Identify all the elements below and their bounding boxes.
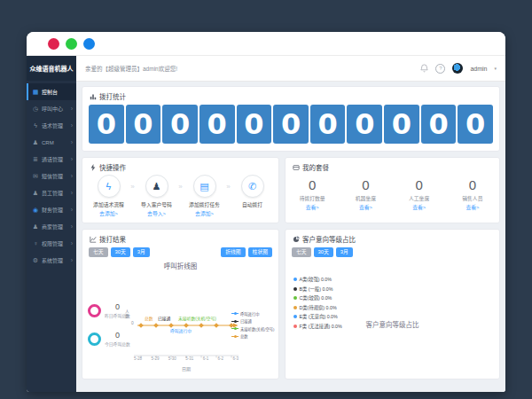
window-minimize-button[interactable] — [66, 38, 77, 50]
task-doc-icon: ▤ — [193, 175, 216, 198]
package-value: 0 — [469, 177, 476, 192]
period-buttons: 七天30天3月 — [89, 247, 150, 257]
chevron-down-icon[interactable]: ▾ — [494, 66, 497, 71]
chart-title: 呼叫折线图 — [82, 261, 278, 270]
quick-action-2[interactable]: ♟导入客户号码去导入> — [137, 175, 176, 217]
stat-digit: 0 — [347, 105, 382, 144]
pie-legend-item[interactable]: D类(待观察) 0.0% — [293, 304, 342, 311]
summary-label: 今日呼叫总数 — [105, 340, 130, 347]
x-axis-label: 日期 — [134, 365, 239, 372]
pie-legend-label: A类(较强) 0.0% — [300, 276, 332, 283]
chart-type-button-柱状图[interactable]: 柱状图 — [248, 247, 272, 257]
bell-icon[interactable] — [420, 64, 428, 73]
mail-icon: ✉ — [32, 173, 39, 180]
sidebar-item-label: 短信管理 — [42, 172, 63, 180]
package-view-link[interactable]: 查看> — [359, 203, 372, 211]
period-button-30天[interactable]: 30天 — [111, 247, 130, 257]
quick-action-link[interactable]: 去添加> — [195, 209, 214, 217]
dashboard-content: 拨打统计 00000000000 快捷操作 ϟ添加话 — [76, 82, 505, 392]
avatar[interactable] — [452, 63, 463, 74]
legend-marker-dot — [234, 327, 237, 330]
period-button-七天[interactable]: 七天 — [292, 247, 311, 257]
username-dropdown[interactable]: admin — [470, 66, 487, 72]
bar-chart-icon — [90, 93, 97, 100]
legend-item[interactable]: 已接通 — [231, 318, 274, 324]
pie-center-label: 客户意向等级占比 — [286, 319, 499, 329]
package-card: 我的套餐 0待拨打数量查看>0机器坐席查看>0人工坐席查看>0销售人员查看> — [285, 157, 500, 223]
quick-action-link[interactable]: 去导入> — [147, 209, 166, 217]
package-label: 销售人员 — [462, 194, 482, 202]
quick-action-link[interactable]: 去添加> — [99, 209, 118, 217]
period-button-3月[interactable]: 3月 — [336, 247, 353, 257]
sidebar-item-话术管理[interactable]: ϟ话术管理› — [27, 117, 76, 134]
window-maximize-button[interactable] — [83, 38, 95, 50]
quick-action-label: 导入客户号码 — [141, 200, 172, 208]
package-view-link[interactable]: 查看> — [306, 203, 319, 211]
pie-legend-item[interactable]: C类(较弱) 0.0% — [293, 294, 342, 301]
line-chart-icon — [90, 236, 97, 243]
quick-action-4[interactable]: ✆自动拨打 — [232, 175, 272, 215]
chart-type-button-折线图[interactable]: 折线图 — [221, 247, 245, 257]
sidebar-item-通话管理[interactable]: ≣通话管理› — [27, 151, 76, 168]
quick-action-1[interactable]: ϟ添加话术流程去添加> — [89, 175, 129, 217]
pie-legend-item[interactable]: B类 (一般) 0.0% — [293, 286, 342, 293]
period-button-30天[interactable]: 30天 — [314, 247, 333, 257]
period-button-七天[interactable]: 七天 — [89, 247, 108, 257]
series-inline-label: 呼叫进行中 — [170, 327, 192, 333]
legend-label: 总数 — [240, 333, 248, 339]
package-view-link[interactable]: 查看> — [466, 203, 479, 211]
legend-item[interactable]: 未接听数(关机/空号) — [231, 326, 274, 332]
call-results-title-row: 拨打结果 — [82, 230, 278, 246]
package-item: 0销售人员查看> — [446, 177, 499, 211]
sidebar-item-短信管理[interactable]: ✉短信管理› — [27, 168, 76, 184]
sidebar-item-员工管理[interactable]: ♟员工管理› — [27, 184, 76, 201]
lightning-icon — [90, 164, 97, 171]
middle-row: 快捷操作 ϟ添加话术流程去添加>»♟导入客户号码去导入>»▤添加拨打任务去添加>… — [82, 157, 500, 223]
x-axis-ticks: 5-285-295-305-316-16-26-3 — [134, 356, 239, 361]
stat-digit: 0 — [310, 105, 346, 144]
legend-item[interactable]: 呼叫进行中 — [231, 311, 274, 317]
pie-legend-dot — [293, 306, 297, 309]
series-inline-label: 未接听数(关机/空号) — [178, 315, 216, 321]
card-title-text: 我的套餐 — [302, 162, 329, 172]
stat-digit: 0 — [273, 105, 309, 144]
legend-marker — [231, 328, 239, 329]
call-stats-title-row: 拨打统计 — [82, 87, 499, 103]
card-title-text: 拨打结果 — [99, 234, 126, 244]
period-button-3月[interactable]: 3月 — [133, 247, 150, 257]
window-titlebar — [27, 32, 505, 56]
sidebar-item-CRM[interactable]: ♟CRM› — [27, 134, 76, 151]
legend-item[interactable]: 总数 — [231, 333, 274, 339]
sidebar-item-系统管理[interactable]: ⚙系统管理› — [27, 252, 76, 269]
summary-value: 0 — [115, 303, 120, 312]
sidebar-item-财务管理[interactable]: ◉财务管理› — [27, 201, 76, 218]
intent-ratio-title-row: 客户意向等级占比 — [286, 230, 499, 246]
summary-value: 0 — [115, 332, 120, 340]
topbar: 亲爱的【超级管理员】admin欢迎您! ? admin ▾ — [76, 56, 505, 82]
package-value: 0 — [362, 177, 369, 192]
x-tick-label: 6-3 — [232, 356, 239, 361]
sidebar-item-权限管理[interactable]: ♀权限管理› — [27, 235, 76, 252]
sidebar-item-控制台[interactable]: ▦控制台 — [27, 83, 76, 100]
help-icon[interactable]: ? — [435, 64, 445, 74]
call-stats-card: 拨打统计 00000000000 — [82, 86, 500, 152]
bottom-row: 拨打结果 七天30天3月 折线图柱状图 呼叫折线图 — [82, 229, 500, 379]
pie-legend-dot — [293, 287, 297, 291]
sliders-icon: ≣ — [32, 156, 39, 163]
sidebar-item-label: 系统管理 — [42, 256, 63, 264]
sidebar-item-呼叫中心[interactable]: ◷呼叫中心› — [27, 100, 76, 117]
pie-buttons-row: 七天30天3月 — [292, 247, 493, 257]
quick-actions-title-row: 快捷操作 — [82, 158, 278, 174]
sidebar-item-商家管理[interactable]: ♟商家管理› — [27, 218, 76, 235]
package-view-link[interactable]: 查看> — [412, 203, 426, 211]
quick-action-label: 添加拨打任务 — [189, 200, 220, 208]
quick-action-3[interactable]: ▤添加拨打任务去添加> — [184, 175, 224, 217]
chevron-right-icon: › — [71, 139, 73, 145]
period-buttons: 七天30天3月 — [292, 247, 353, 257]
pie-legend-item[interactable]: A类(较强) 0.0% — [293, 276, 342, 283]
sidebar-item-label: 员工管理 — [42, 189, 63, 197]
quick-action-label: 自动拨打 — [242, 200, 262, 208]
legend-label: 未接听数(关机/空号) — [240, 326, 274, 332]
chevron-right-icon: › — [71, 207, 73, 213]
window-close-button[interactable] — [48, 38, 59, 50]
